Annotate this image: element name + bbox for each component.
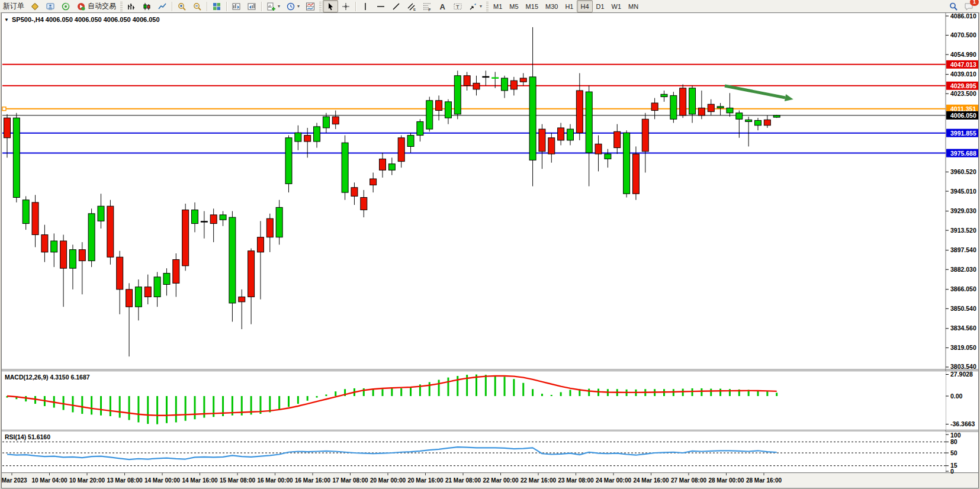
time-axis-label: 24 Mar 16:00 (633, 477, 669, 484)
toolbar-separator (261, 2, 262, 11)
new-order-button[interactable]: 新订单 (0, 0, 27, 12)
price-tick-label: 3850.540 (950, 305, 976, 312)
zoom-out-icon-button[interactable] (189, 0, 205, 12)
fibonacci-icon-button[interactable]: F (419, 0, 435, 12)
tiles-icon (212, 2, 221, 11)
textA-icon: A (438, 2, 447, 11)
timeframe-label: M1 (493, 3, 502, 10)
timeframe-label: M15 (526, 3, 538, 10)
timeframe-h1-button[interactable]: H1 (561, 0, 577, 12)
search-icon-button[interactable] (946, 0, 961, 12)
terminal-icon-button[interactable] (43, 0, 58, 12)
bars-icon (127, 2, 136, 11)
time-axis-label: 28 Mar 16:00 (746, 477, 782, 484)
timeframe-label: M5 (509, 3, 518, 10)
price-level-badge-label: 4047.013 (950, 61, 976, 68)
equidistant-channel-icon-button[interactable]: E (404, 0, 419, 12)
market-watch-icon-button[interactable] (27, 0, 43, 12)
person-icon (46, 2, 55, 11)
candlestick-chart-icon-button[interactable] (139, 0, 155, 12)
candle (632, 146, 639, 200)
time-axis-label: 13 Mar 08:00 (107, 477, 142, 484)
timeframe-w1-button[interactable]: W1 (608, 0, 625, 12)
chart-menu-icon[interactable]: ▼ (4, 17, 9, 22)
candle (285, 136, 292, 193)
zoomin-icon (177, 2, 187, 11)
time-axis-label: 16 Mar 00:00 (257, 477, 293, 484)
time-axis-label: 21 Mar 08:00 (445, 477, 481, 484)
timeframe-m5-button[interactable]: M5 (506, 0, 522, 12)
line-chart-icon-button[interactable] (155, 0, 170, 12)
macd-label: MACD(12,26,9) 4.3150 6.1687 (5, 374, 90, 381)
rsi-axis-label: 0 (950, 468, 954, 475)
auto-scroll-icon-button[interactable] (244, 0, 259, 12)
timeframe-label: W1 (612, 3, 622, 10)
line-handle[interactable] (2, 107, 6, 111)
zoom-in-icon-button[interactable] (174, 0, 189, 12)
timeframe-label: MN (628, 3, 638, 10)
arrows-icon-button[interactable]: ▾ (465, 0, 485, 12)
text-label-icon-button[interactable]: T (450, 0, 465, 12)
caret-down-icon: ▾ (278, 4, 280, 9)
time-axis-label: 14 Mar 16:00 (182, 477, 217, 484)
profile2-icon (247, 2, 256, 11)
price-tick-label: 3913.520 (950, 227, 976, 234)
candles-icon (142, 2, 152, 11)
time-axis-label: 23 Mar 08:00 (558, 477, 593, 484)
macd-axis-label: 0.00 (950, 393, 963, 400)
time-axis-label: 24 Mar 00:00 (596, 477, 631, 484)
period-clock-icon-button[interactable]: ▾ (283, 0, 303, 12)
time-axis-label: 22 Mar 16:00 (520, 477, 556, 484)
timeframe-d1-button[interactable]: D1 (593, 0, 608, 12)
timeframe-label: H1 (565, 3, 573, 10)
trendline-icon-button[interactable] (388, 0, 404, 12)
svg-text:T: T (456, 4, 460, 9)
rsi-axis-label: 50 (950, 449, 957, 456)
rsi-axis-label: 100 (950, 432, 961, 439)
auto-trading-button[interactable]: 自动交易 (73, 0, 119, 12)
price-tick-label: 4023.500 (950, 90, 976, 97)
indwin-icon (306, 2, 315, 11)
macd-axis-label: -36.3663 (950, 420, 975, 427)
timeframe-m15-button[interactable]: M15 (522, 0, 542, 12)
indicators-icon-button[interactable] (303, 0, 318, 12)
svg-text:E: E (413, 8, 416, 11)
time-axis-label: 9 Mar 2023 (0, 477, 27, 484)
fibo-icon: F (422, 2, 432, 11)
profile1-icon (232, 2, 241, 11)
macd-axis-label: 27.9028 (950, 371, 973, 378)
text-icon-button[interactable]: A (435, 0, 450, 12)
rsi-panel[interactable]: 1008050150RSI(14) 51.6160 (2, 432, 961, 475)
time-axis-label: 28 Mar 00:00 (708, 477, 744, 484)
chart-shift-icon-button[interactable] (229, 0, 244, 12)
toolbar-grip (486, 2, 489, 11)
candle (182, 204, 189, 271)
time-axis-label: 20 Mar 16:00 (407, 477, 443, 484)
rsi-label: RSI(14) 51.6160 (5, 433, 50, 440)
toolbar-grip (120, 2, 123, 11)
time-axis-label: 10 Mar 04:00 (31, 477, 67, 484)
signals-icon-button[interactable] (58, 0, 73, 12)
time-axis-label: 10 Mar 20:00 (69, 477, 105, 484)
tile-windows-icon-button[interactable] (209, 0, 224, 12)
time-axis-label: 17 Mar 08:00 (332, 477, 368, 484)
price-tick-label: 3945.010 (950, 188, 976, 195)
timeframe-m30-button[interactable]: M30 (542, 0, 561, 12)
timeframe-mn-button[interactable]: MN (625, 0, 642, 12)
cursor-icon (326, 2, 335, 11)
auto-trading-button-label: 自动交易 (88, 1, 116, 11)
timeframe-m1-button[interactable]: M1 (490, 0, 506, 12)
vertical-line-icon-button[interactable] (358, 0, 373, 12)
chart-canvas[interactable]: 4086.0104070.5004054.9904039.0104023.500… (0, 12, 980, 489)
new-chart-icon-button[interactable]: ▾ (264, 0, 283, 12)
horizontal-line-icon-button[interactable] (373, 0, 388, 12)
notifications-icon-button[interactable]: 1 (961, 0, 976, 12)
price-tick-label: 3834.560 (950, 324, 976, 332)
timeframe-h4-button[interactable]: H4 (577, 0, 592, 12)
crosshair-icon-button[interactable] (338, 0, 354, 12)
time-axis-label: 20 Mar 00:00 (370, 477, 406, 484)
bar-chart-icon-button[interactable] (124, 0, 139, 12)
macd-panel[interactable]: 27.90280.00-36.3663MACD(12,26,9) 4.3150 … (2, 371, 975, 430)
cursor-icon-button[interactable] (323, 0, 338, 12)
zoomout-icon (192, 2, 202, 11)
